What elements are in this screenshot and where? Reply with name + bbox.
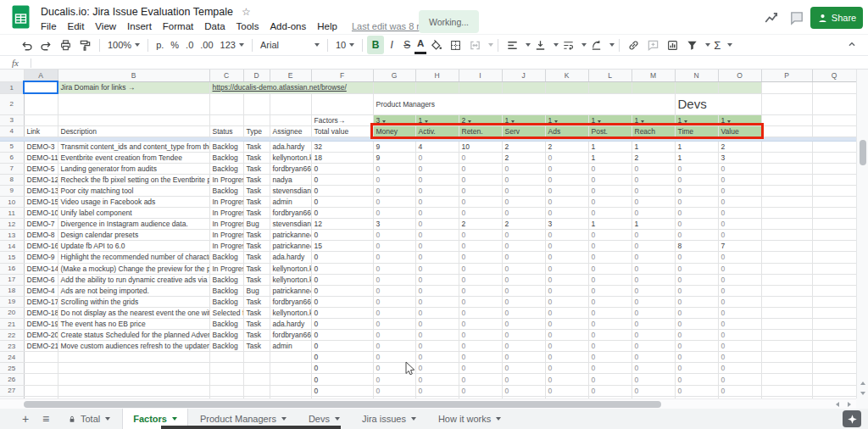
insert-link-icon[interactable] (624, 36, 643, 54)
grid-cell[interactable] (761, 252, 812, 263)
italic-button[interactable]: I (384, 36, 399, 54)
grid-cell[interactable] (812, 125, 856, 136)
cell-factor[interactable]: 0 (632, 285, 675, 296)
menu-data[interactable]: Data (204, 21, 225, 31)
grid-cell[interactable] (761, 163, 812, 174)
grid-cell[interactable] (812, 363, 856, 374)
cell-factor[interactable]: 0 (415, 363, 459, 374)
cell-total-value[interactable]: 0 (311, 263, 373, 274)
cell-total-value[interactable]: 12 (311, 219, 373, 230)
cell-factor[interactable]: 0 (415, 385, 459, 396)
cell-total-value[interactable]: 0 (311, 352, 373, 363)
font-family-select[interactable]: Arial (257, 36, 323, 54)
grid-cell[interactable] (270, 93, 311, 114)
cell-factor[interactable]: 0 (415, 241, 459, 252)
cell-type[interactable]: Task (243, 274, 270, 285)
cell-assignee[interactable] (270, 363, 311, 374)
cell-link[interactable]: DEMO-11 (24, 152, 58, 163)
cell-factor[interactable]: 0 (545, 352, 588, 363)
cell-factor[interactable]: 0 (415, 352, 459, 363)
increase-decimal-button[interactable]: .00 (197, 36, 216, 54)
chevron-down-icon[interactable] (727, 43, 732, 47)
cell-status[interactable]: Backlog (209, 274, 243, 285)
cell-assignee[interactable]: fordbryan660 (270, 163, 311, 174)
grid-cell[interactable] (761, 274, 812, 285)
grid-cell[interactable] (812, 374, 856, 385)
cell-factor[interactable]: 0 (545, 185, 588, 196)
explore-button[interactable] (843, 410, 861, 427)
grid-cell[interactable] (761, 241, 812, 252)
factor-weight-dropdown[interactable]: 3 (373, 114, 415, 125)
cell-link[interactable]: DEMO-12 (24, 174, 58, 185)
cell-type[interactable]: Task (243, 307, 270, 318)
cell-factor[interactable]: 0 (632, 274, 675, 285)
cell-total-value[interactable]: 0 (311, 230, 373, 241)
cell-factor[interactable]: 0 (588, 230, 632, 241)
grid-cell[interactable] (812, 185, 856, 196)
cell-description[interactable]: Update fb API to 6.0 (58, 241, 209, 252)
select-all-corner[interactable] (0, 70, 24, 81)
cell-factor[interactable]: 0 (588, 196, 632, 207)
grid-cell[interactable] (761, 285, 812, 296)
cell-type[interactable]: Task (243, 319, 270, 330)
cell-assignee[interactable]: kellynorton.kelly (270, 307, 311, 318)
cell-factor[interactable]: 0 (502, 352, 545, 363)
cell-factor[interactable]: 0 (373, 296, 415, 307)
grid-cell[interactable] (761, 93, 812, 114)
cell-factor[interactable]: 0 (415, 185, 459, 196)
row-header-20[interactable]: 20 (0, 307, 24, 318)
cell-status[interactable]: In Progress (209, 174, 243, 185)
column-header-E[interactable]: E (270, 70, 311, 81)
cell-type[interactable]: Task (243, 208, 270, 219)
cell-factor[interactable]: 0 (718, 352, 761, 363)
cell-type[interactable]: Task (243, 252, 270, 263)
cell-factor[interactable]: 0 (373, 352, 415, 363)
column-header-A[interactable]: A (24, 70, 58, 81)
cell-factor[interactable]: 0 (502, 230, 545, 241)
cell-factor[interactable]: 0 (545, 196, 588, 207)
spreadsheet-stats-icon[interactable] (761, 8, 782, 27)
vertical-align-icon[interactable] (531, 36, 550, 54)
cell-link[interactable] (24, 352, 58, 363)
cell-total-value[interactable]: 15 (311, 241, 373, 252)
functions-button[interactable]: Σ (710, 36, 724, 54)
cell-type[interactable]: Task (243, 341, 270, 352)
factor-weight-dropdown[interactable]: 1 (632, 114, 675, 125)
cell-factor[interactable]: 2 (718, 141, 761, 152)
text-color-button[interactable]: A (415, 36, 426, 54)
cell-factor[interactable]: 0 (675, 196, 718, 207)
grid-cell[interactable] (24, 93, 58, 114)
cell-factor[interactable]: 0 (632, 341, 675, 352)
grid-cell[interactable] (812, 208, 856, 219)
grid-cell[interactable] (812, 319, 856, 330)
cell-factor[interactable]: 0 (373, 330, 415, 341)
cell-factor[interactable]: 3 (545, 219, 588, 230)
cell-factor[interactable]: 0 (373, 307, 415, 318)
cell-factor[interactable]: 0 (718, 319, 761, 330)
jira-domain-label[interactable]: Jira Domain for links → (58, 81, 209, 93)
grid-cell[interactable] (761, 174, 812, 185)
cell-factor[interactable]: 1 (588, 152, 632, 163)
cell-factor[interactable]: 0 (415, 230, 459, 241)
horizontal-scrollbar[interactable] (0, 398, 856, 409)
cell-factor[interactable]: 0 (545, 230, 588, 241)
cell-total-value[interactable]: 0 (311, 174, 373, 185)
cell-type[interactable] (243, 385, 270, 396)
cell-factor[interactable]: 0 (718, 230, 761, 241)
cell-status[interactable]: Backlog (209, 141, 243, 152)
star-icon[interactable]: ☆ (242, 6, 251, 18)
row-header-19[interactable]: 19 (0, 296, 24, 307)
factor-weight-dropdown[interactable]: 1 (545, 114, 588, 125)
cell-status[interactable]: Backlog (209, 163, 243, 174)
cell-factor[interactable]: 0 (545, 296, 588, 307)
cell-description[interactable]: Unify label component (58, 208, 209, 219)
cell-assignee[interactable]: stevensdiane23 (270, 219, 311, 230)
grid-cell[interactable] (718, 81, 761, 93)
borders-icon[interactable] (446, 36, 465, 54)
cell-assignee[interactable]: ada.hardy (270, 252, 311, 263)
cell-description[interactable]: Video usage in Facebook ads (58, 196, 209, 207)
grid-cell[interactable] (761, 319, 812, 330)
cell-description[interactable]: Move custom audiences refresh to the upd… (58, 341, 209, 352)
text-wrap-icon[interactable] (559, 36, 578, 54)
cell-A1-selected[interactable] (24, 81, 58, 93)
